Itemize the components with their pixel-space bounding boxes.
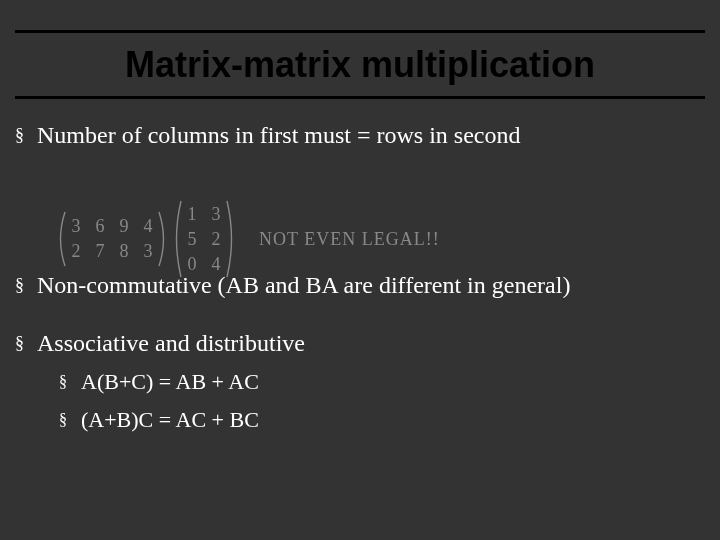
cell: 9 xyxy=(119,216,129,237)
spacer xyxy=(15,310,705,328)
bullet-3b: § (A+B)C = AC + BC xyxy=(59,406,705,434)
cell: 6 xyxy=(95,216,105,237)
bullet-3: § Associative and distributive xyxy=(15,328,705,358)
title-rule-top xyxy=(15,30,705,33)
cell: 7 xyxy=(95,241,105,262)
cell: 3 xyxy=(71,216,81,237)
cell: 2 xyxy=(71,241,81,262)
bullet-1-text: Number of columns in first must = rows i… xyxy=(37,120,705,150)
bullet-3-text: Associative and distributive xyxy=(37,328,705,358)
bullet-icon: § xyxy=(59,406,81,434)
cell: 0 xyxy=(187,254,197,275)
cell: 4 xyxy=(211,254,221,275)
paren-right-icon xyxy=(225,200,237,278)
cell: 8 xyxy=(119,241,129,262)
slide: Matrix-matrix multiplication § Number of… xyxy=(0,0,720,540)
cell: 3 xyxy=(211,204,221,225)
bullet-icon: § xyxy=(15,328,37,358)
title-rule-bottom xyxy=(15,96,705,99)
matrix-a: 3 6 9 4 2 7 8 3 xyxy=(55,211,169,267)
matrix-legend: NOT EVEN LEGAL!! xyxy=(259,229,440,250)
cell: 2 xyxy=(211,229,221,250)
bullet-icon: § xyxy=(59,368,81,396)
paren-left-icon xyxy=(171,200,183,278)
bullet-icon: § xyxy=(15,270,37,300)
paren-left-icon xyxy=(55,211,67,267)
bullet-3a: § A(B+C) = AB + AC xyxy=(59,368,705,396)
cell: 4 xyxy=(143,216,153,237)
matrix-b: 1 3 5 2 0 4 xyxy=(171,200,237,278)
cell: 5 xyxy=(187,229,197,250)
bullet-3b-text: (A+B)C = AC + BC xyxy=(81,406,705,434)
matrix-example: 3 6 9 4 2 7 8 3 1 3 5 2 0 xyxy=(55,200,440,278)
slide-body: § Number of columns in first must = rows… xyxy=(15,120,705,444)
bullet-3a-text: A(B+C) = AB + AC xyxy=(81,368,705,396)
bullet-icon: § xyxy=(15,120,37,150)
matrix-a-cells: 3 6 9 4 2 7 8 3 xyxy=(67,211,157,267)
cell: 3 xyxy=(143,241,153,262)
bullet-1: § Number of columns in first must = rows… xyxy=(15,120,705,150)
slide-title: Matrix-matrix multiplication xyxy=(15,44,705,86)
matrix-b-cells: 1 3 5 2 0 4 xyxy=(183,200,225,278)
cell: 1 xyxy=(187,204,197,225)
paren-right-icon xyxy=(157,211,169,267)
